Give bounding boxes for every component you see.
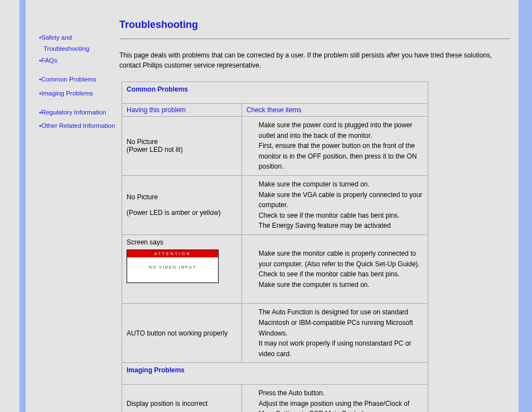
nav-common-problems[interactable]: Common Problems [41,76,96,83]
attention-header: ATTENTION [127,250,218,257]
problem-text: (Power LED is amber or yellow) [127,209,221,217]
solution-text: First, ensure that the power button on t… [259,142,417,170]
col-head-problem: Having this problem [122,104,242,117]
section-imaging-problems: Imaging Problems [122,363,428,385]
sidebar-nav: •Safety and Troubleshooting •FAQs •Commo… [39,32,127,132]
attention-body: NO VIDEO INPUT [127,257,218,282]
problem-text: (Power LED not lit) [127,146,183,154]
table-row: Display position is incorrect Press the … [122,385,428,412]
solution-text: Make sure the computer is turned on. [259,180,370,188]
solution-text: It may not work properly if using nonsta… [259,339,411,358]
intro-text: This page deals with problems that can b… [119,50,504,70]
solution-text: Check to see if the monitor cable has be… [259,270,400,278]
table-row: Screen says ATTENTION NO VIDEO INPUT Mak… [122,234,428,303]
problem-text: No Picture [127,138,158,146]
page-title: Troubleshooting [119,19,510,31]
solution-text: Make sure the power cord is plugged into… [259,121,413,140]
nav-faqs[interactable]: FAQs [41,57,57,64]
problem-text: No Picture [127,193,158,201]
solution-text: Make sure the computer is turned on. [259,281,370,289]
nav-other-related[interactable]: Other Related Information [41,122,115,129]
problem-text: AUTO button not working properly [127,329,228,337]
section-common-problems: Common Problems [122,82,428,104]
solution-text: The Auto Function is designed for use on… [259,308,413,337]
col-head-check: Check these items [241,104,428,117]
solution-text: Adjust the image position using the Phas… [259,400,409,412]
solution-text: Make sure the VGA cable is properly conn… [259,191,423,209]
right-accent-bar [519,0,532,412]
solution-text: Make sure the monitor cable is properly … [259,250,420,268]
problem-text: Screen says [127,238,163,246]
troubleshooting-table: Common Problems Having this problem Chec… [122,82,428,412]
nav-imaging-problems[interactable]: Imaging Problems [41,90,93,97]
main-content: Troubleshooting This page deals with pro… [119,19,510,412]
table-row: No Picture (Power LED is amber or yellow… [122,175,428,234]
title-rule [119,39,510,39]
table-row: No Picture (Power LED not lit) Make sure… [122,117,428,176]
nav-safety[interactable]: Safety and [41,34,72,41]
nav-regulatory[interactable]: Regulatory Information [41,109,106,116]
solution-text: The Energy Saving feature may be activat… [259,222,391,229]
solution-text: Check to see if the monitor cable has be… [259,212,400,219]
left-accent-bar [20,0,26,412]
problem-text: Display position is incorrect [127,400,207,408]
solution-text: Press the Auto button. [259,389,325,397]
attention-dialog: ATTENTION NO VIDEO INPUT [127,250,219,283]
nav-safety-2[interactable]: Troubleshooting [43,45,89,52]
table-row: AUTO button not working properly The Aut… [122,304,428,363]
